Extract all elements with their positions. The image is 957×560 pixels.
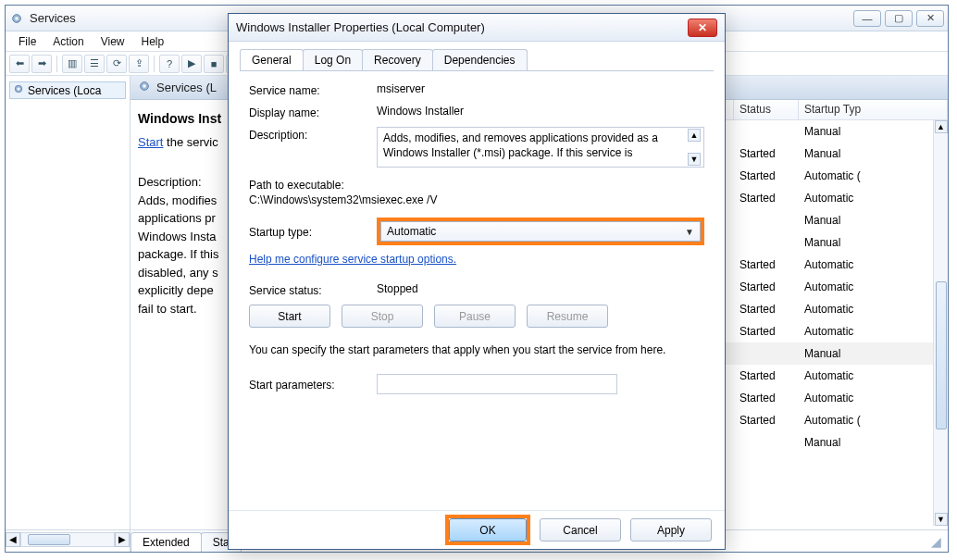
scroll-up-icon[interactable]: ▲ — [935, 120, 948, 133]
startup-type-highlight: Automatic ▼ — [377, 218, 704, 245]
detail-body: Windows Inst Start the servic Descriptio… — [130, 100, 231, 529]
cell-status: Started — [734, 169, 799, 182]
label-description: Description: — [249, 127, 369, 142]
menu-help[interactable]: Help — [134, 33, 172, 50]
apply-button[interactable]: Apply — [630, 518, 712, 541]
export-icon[interactable]: ⇪ — [129, 55, 149, 73]
label-startup-type: Startup type: — [249, 224, 369, 239]
minimize-button[interactable]: — — [853, 10, 881, 27]
tab-dependencies[interactable]: Dependencies — [432, 49, 528, 70]
resize-grip-icon[interactable]: ◢ — [931, 535, 944, 548]
cell-status: Started — [734, 192, 799, 205]
tab-general[interactable]: General — [240, 49, 304, 70]
scroll-thumb[interactable] — [936, 281, 947, 429]
dialog-close-button[interactable]: ✕ — [688, 19, 717, 37]
tab-extended[interactable]: Extended — [130, 532, 202, 552]
vertical-scrollbar[interactable]: ▲ ▼ — [933, 120, 948, 526]
center-pane: Services (L Windows Inst Start the servi… — [130, 76, 232, 529]
properties-dialog: Windows Installer Properties (Local Comp… — [228, 13, 726, 550]
center-header: Services (L — [130, 76, 231, 100]
start-params-input[interactable] — [377, 374, 617, 394]
scroll-left-icon[interactable]: ◀ — [6, 532, 20, 547]
value-description: Adds, modifies, and removes applications… — [383, 131, 658, 159]
refresh-icon[interactable]: ⟳ — [106, 55, 127, 73]
cell-status: Started — [734, 325, 799, 338]
scroll-up-icon[interactable]: ▲ — [688, 129, 701, 142]
cell-startup: Automatic ( — [799, 414, 948, 427]
forward-icon[interactable]: ➡ — [31, 55, 52, 73]
general-tab-panel: Service name: msiserver Display name: Wi… — [240, 71, 714, 504]
cell-startup: Automatic — [799, 303, 948, 316]
tree-hscroll[interactable]: ◀ ▶ — [6, 529, 130, 548]
label-start-params: Start parameters: — [249, 377, 369, 392]
label-path: Path to executable: — [249, 179, 704, 192]
detail-title: Windows Inst — [138, 111, 224, 126]
description-box[interactable]: Adds, modifies, and removes applications… — [377, 127, 704, 168]
cell-status: Started — [734, 392, 799, 404]
panel-icon[interactable]: ▥ — [62, 55, 82, 73]
center-header-label: Services (L — [156, 81, 217, 94]
resume-button[interactable]: Resume — [527, 305, 608, 328]
gear-icon — [13, 83, 24, 97]
desc-label: Description: — [138, 173, 224, 192]
value-service-name: msiserver — [377, 82, 704, 95]
tree-pane: Services (Loca — [6, 76, 130, 529]
tab-logon[interactable]: Log On — [303, 49, 363, 70]
cell-startup: Manual — [799, 436, 948, 449]
tree-root[interactable]: Services (Loca — [9, 81, 126, 99]
maximize-button[interactable]: ▢ — [885, 10, 913, 27]
svg-point-5 — [143, 84, 146, 88]
cell-startup: Manual — [799, 347, 948, 360]
col-startup[interactable]: Startup Typ — [799, 100, 948, 119]
scroll-down-icon[interactable]: ▼ — [935, 513, 948, 526]
menu-file[interactable]: File — [11, 33, 44, 50]
cell-startup: Manual — [799, 147, 948, 160]
description-scrollbar[interactable]: ▲ ▼ — [688, 129, 702, 166]
cell-startup: Automatic — [799, 325, 948, 338]
cell-status: Started — [734, 414, 799, 427]
cell-startup: Automatic — [799, 369, 948, 382]
desc-body: Adds, modifies applications pr Windows I… — [138, 192, 224, 318]
hscroll-thumb[interactable] — [28, 534, 70, 545]
run-icon[interactable]: ▶ — [181, 55, 202, 73]
cell-startup: Automatic — [799, 192, 948, 205]
details-icon[interactable]: ☰ — [84, 55, 105, 73]
pause-button[interactable]: Pause — [434, 305, 516, 328]
label-service-status: Service status: — [249, 282, 369, 297]
detail-start-line: Start the servic — [138, 135, 224, 149]
cancel-button[interactable]: Cancel — [540, 518, 621, 541]
back-icon[interactable]: ⬅ — [9, 55, 30, 73]
stop-button[interactable]: Stop — [342, 305, 423, 328]
tab-recovery[interactable]: Recovery — [362, 49, 433, 70]
startup-type-select[interactable]: Automatic ▼ — [380, 221, 701, 242]
value-display-name: Windows Installer — [377, 105, 704, 118]
dialog-tabs: General Log On Recovery Dependencies — [240, 49, 714, 71]
stop-icon[interactable]: ■ — [204, 55, 224, 73]
col-status[interactable]: Status — [734, 100, 799, 119]
close-button[interactable]: ✕ — [916, 10, 944, 27]
help-link[interactable]: Help me configure service startup option… — [249, 253, 456, 266]
cell-status: Started — [734, 280, 799, 293]
dialog-title: Windows Installer Properties (Local Comp… — [236, 20, 485, 34]
hscroll-track[interactable] — [20, 532, 115, 547]
dialog-body: General Log On Recovery Dependencies Ser… — [229, 42, 725, 510]
cell-startup: Automatic — [799, 392, 948, 404]
scroll-down-icon[interactable]: ▼ — [688, 153, 701, 166]
cell-startup: Automatic — [799, 258, 948, 271]
svg-point-3 — [18, 88, 20, 91]
help-icon[interactable]: ? — [159, 55, 180, 73]
dialog-footer: OK Cancel Apply — [229, 510, 725, 549]
start-link[interactable]: Start — [138, 135, 163, 149]
menu-action[interactable]: Action — [45, 33, 91, 50]
cell-status: Started — [734, 369, 799, 382]
menu-view[interactable]: View — [93, 33, 132, 50]
start-button[interactable]: Start — [249, 305, 330, 328]
cell-status: Started — [734, 258, 799, 271]
cell-startup: Manual — [799, 236, 948, 249]
detail-description: Description: Adds, modifies applications… — [138, 173, 224, 317]
ok-highlight: OK — [445, 515, 530, 545]
cell-startup: Manual — [799, 214, 948, 227]
scroll-right-icon[interactable]: ▶ — [115, 532, 130, 547]
ok-button[interactable]: OK — [449, 518, 527, 541]
value-path: C:\Windows\system32\msiexec.exe /V — [249, 193, 704, 206]
